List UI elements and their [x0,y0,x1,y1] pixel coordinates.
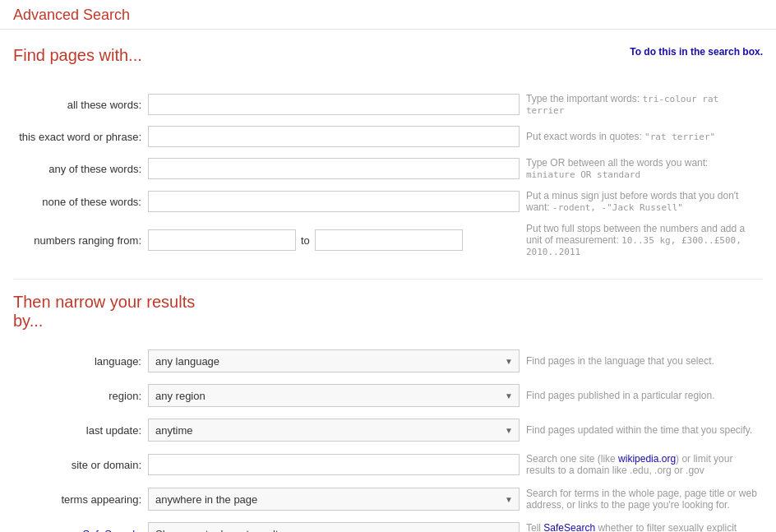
wikipedia-link[interactable]: wikipedia.org [618,453,676,465]
page-header: Advanced Search [0,0,776,30]
last-update-select-wrapper: anytime past 24 hours past week past mon… [148,419,520,442]
language-label: language: [13,344,145,378]
all-these-words-row: all these words: Type the important word… [13,88,763,121]
exact-phrase-label: this exact word or phrase: [13,121,145,152]
terms-appearing-select-wrapper: anywhere in the page in the title of the… [148,488,520,511]
all-these-words-cell [145,88,523,121]
site-domain-input[interactable] [148,454,520,475]
narrow-section-title: Then narrow your results by... [13,293,763,331]
all-these-words-input[interactable] [148,94,520,115]
none-of-these-input[interactable] [148,191,520,212]
terms-appearing-row: terms appearing: anywhere in the page in… [13,482,763,516]
todo-label: To do this in the search box. [630,46,763,58]
find-pages-header: Find pages with... To do this in the sea… [13,46,763,78]
numbers-to-text: to [301,234,310,247]
any-of-these-hint: Type OR between all the words you want: … [523,152,763,185]
safesearch-select-wrapper: Show most relevant results Filter explic… [148,522,520,532]
safesearch-hint-link[interactable]: SafeSearch [543,522,595,532]
safesearch-hint: Tell SafeSearch whether to filter sexual… [523,516,763,532]
numbers-cell: to [145,218,523,262]
region-cell: any region United Kingdom United States … [145,378,523,413]
terms-appearing-hint: Search for terms in the whole page, page… [523,482,763,516]
numbers-label: numbers ranging from: [13,218,145,262]
numbers-inputs: to [148,229,520,251]
last-update-select[interactable]: anytime past 24 hours past week past mon… [148,419,520,442]
region-select[interactable]: any region United Kingdom United States … [148,384,520,407]
terms-appearing-cell: anywhere in the page in the title of the… [145,482,523,516]
numbers-to-input[interactable] [315,229,463,251]
region-hint: Find pages published in a particular reg… [523,378,763,413]
last-update-hint: Find pages updated within the time that … [523,413,763,447]
terms-appearing-select[interactable]: anywhere in the page in the title of the… [148,488,520,511]
any-of-these-cell [145,152,523,185]
numbers-row: numbers ranging from: to Put two full st… [13,218,763,262]
region-select-wrapper: any region United Kingdom United States … [148,384,520,407]
find-section-title: Find pages with... [13,46,142,65]
page-title: Advanced Search [13,7,763,24]
section-divider [13,279,763,280]
region-row: region: any region United Kingdom United… [13,378,763,413]
site-domain-hint: Search one site (like wikipedia.org) or … [523,447,763,482]
last-update-cell: anytime past 24 hours past week past mon… [145,413,523,447]
numbers-hint: Put two full stops between the numbers a… [523,218,763,262]
none-of-these-label: none of these words: [13,185,145,218]
language-select-wrapper: any language English French German Spani… [148,349,520,372]
exact-phrase-input[interactable] [148,126,520,147]
main-content: Find pages with... To do this in the sea… [0,30,776,532]
narrow-section: Then narrow your results by... language:… [13,293,763,532]
safesearch-row: SafeSearch: Show most relevant results F… [13,516,763,532]
narrow-table: language: any language English French Ge… [13,344,763,532]
safesearch-label: SafeSearch: [13,516,145,532]
language-cell: any language English French German Spani… [145,344,523,378]
site-domain-label: site or domain: [13,447,145,482]
exact-phrase-cell [145,121,523,152]
site-domain-row: site or domain: Search one site (like wi… [13,447,763,482]
all-these-words-label: all these words: [13,88,145,121]
last-update-row: last update: anytime past 24 hours past … [13,413,763,447]
none-of-these-cell [145,185,523,218]
site-domain-cell [145,447,523,482]
safesearch-link[interactable]: SafeSearch: [82,528,141,533]
language-row: language: any language English French Ge… [13,344,763,378]
exact-phrase-row: this exact word or phrase: Put exact wor… [13,121,763,152]
safesearch-select[interactable]: Show most relevant results Filter explic… [148,522,520,532]
region-label: region: [13,378,145,413]
terms-appearing-label: terms appearing: [13,482,145,516]
any-of-these-input[interactable] [148,158,520,179]
none-of-these-hint: Put a minus sign just before words that … [523,185,763,218]
any-of-these-label: any of these words: [13,152,145,185]
any-of-these-row: any of these words: Type OR between all … [13,152,763,185]
language-select[interactable]: any language English French German Spani… [148,349,520,372]
exact-phrase-hint: Put exact words in quotes: "rat terrier" [523,121,763,152]
language-hint: Find pages in the language that you sele… [523,344,763,378]
find-form-table: all these words: Type the important word… [13,88,763,262]
all-these-words-hint: Type the important words: tri-colour rat… [523,88,763,121]
last-update-label: last update: [13,413,145,447]
safesearch-cell: Show most relevant results Filter explic… [145,516,523,532]
none-of-these-row: none of these words: Put a minus sign ju… [13,185,763,218]
numbers-from-input[interactable] [148,229,296,251]
